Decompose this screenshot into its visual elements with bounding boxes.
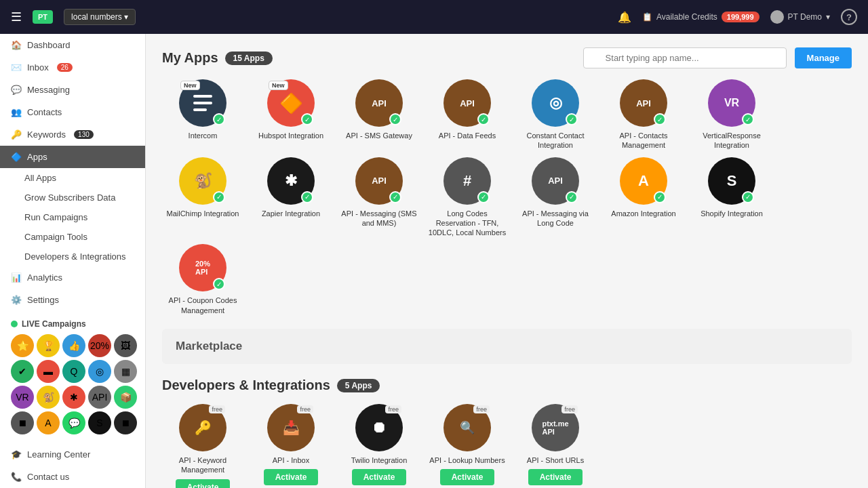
app-card-sms-gateway[interactable]: API ✓ API - SMS Gateway xyxy=(338,79,420,150)
sidebar-item-messaging[interactable]: 💬 Messaging xyxy=(0,79,145,101)
contacts-icon: 👥 xyxy=(11,107,22,117)
live-icon-1[interactable]: ⭐ xyxy=(11,334,34,357)
app-name-vertical-response: VerticalResponse Integration xyxy=(691,131,772,150)
developers-title-row: Developers & Integrations 5 Apps xyxy=(162,378,852,393)
app-check-constant-contact: ✓ xyxy=(566,113,578,125)
search-wrapper: 🔍 xyxy=(583,47,787,68)
app-card-api-inbox[interactable]: 📥 free API - Inbox Activate xyxy=(250,404,332,488)
activate-button-api-inbox[interactable]: Activate xyxy=(264,469,318,485)
live-icon-11[interactable]: VR xyxy=(11,386,34,409)
svg-rect-1 xyxy=(193,102,212,104)
account-selector[interactable]: local numbers ▾ xyxy=(64,9,136,25)
menu-icon[interactable]: ☰ xyxy=(11,9,22,24)
sidebar-item-analytics[interactable]: 📊 Analytics xyxy=(0,266,145,289)
app-card-hubspot[interactable]: 🔶 New ✓ Hubspot Integration xyxy=(250,79,332,150)
sidebar-item-contact-us[interactable]: 📞 Contact us xyxy=(0,466,145,488)
app-name-contacts-mgmt: API - Contacts Management xyxy=(603,131,684,150)
live-icon-14[interactable]: API xyxy=(88,386,111,409)
app-name-coupon-codes: API - Coupon Codes Management xyxy=(162,296,243,315)
sidebar: 🏠 Dashboard ✉️ Inbox 26 💬 Messaging 👥 Co… xyxy=(0,34,146,488)
app-check-messaging-longcode: ✓ xyxy=(566,191,578,203)
app-card-zapier[interactable]: ✱ ✓ Zapier Integration xyxy=(250,157,332,238)
live-icons-grid: ⭐ 🏆 👍 20% 🖼 ✔ ▬ Q ◎ ▦ VR 🐒 ✱ API 📦 ⏹ A 💬… xyxy=(5,331,140,437)
app-card-long-codes[interactable]: # ✓ Long Codes Reservation - TFN, 10DLC,… xyxy=(427,157,508,238)
help-icon[interactable]: ? xyxy=(841,9,857,25)
live-icon-20[interactable]: ⏹ xyxy=(114,411,137,434)
app-check-long-codes: ✓ xyxy=(477,191,490,203)
activate-button-twilio[interactable]: Activate xyxy=(352,469,406,485)
app-card-twilio[interactable]: ⏺ free Twilio Integration Activate xyxy=(338,404,420,488)
keywords-badge: 130 xyxy=(74,130,94,139)
sidebar-item-developers[interactable]: Developers & Integrations xyxy=(0,247,145,266)
app-check-shopify: ✓ xyxy=(742,191,754,203)
live-icon-13[interactable]: ✱ xyxy=(62,386,85,409)
app-card-messaging-longcode[interactable]: API ✓ API - Messaging via Long Code xyxy=(515,157,596,238)
sidebar-item-grow-subscribers[interactable]: Grow Subscribers Data xyxy=(0,188,145,207)
sidebar-item-settings[interactable]: ⚙️ Settings xyxy=(0,289,145,311)
app-card-keyword-mgmt[interactable]: 🔑 free API - Keyword Management Activate xyxy=(162,404,243,488)
sidebar-item-inbox[interactable]: ✉️ Inbox 26 xyxy=(0,56,145,79)
activate-button-lookup-numbers[interactable]: Activate xyxy=(440,469,494,485)
live-icon-9[interactable]: ◎ xyxy=(88,360,111,383)
sidebar-item-contacts[interactable]: 👥 Contacts xyxy=(0,101,145,123)
app-check-sms-gateway: ✓ xyxy=(389,113,401,125)
live-icon-6[interactable]: ✔ xyxy=(11,360,34,383)
credits-value: 199,999 xyxy=(722,12,760,22)
app-check-mailchimp: ✓ xyxy=(213,191,225,203)
live-icon-2[interactable]: 🏆 xyxy=(37,334,60,357)
live-icon-16[interactable]: ⏹ xyxy=(11,411,34,434)
live-icon-15[interactable]: 📦 xyxy=(114,386,137,409)
app-card-coupon-codes[interactable]: 20%API ✓ API - Coupon Codes Management xyxy=(162,244,243,315)
live-icon-19[interactable]: S xyxy=(88,411,111,434)
app-card-intercom[interactable]: New ✓ Intercom xyxy=(162,79,243,150)
app-check-coupon-codes: ✓ xyxy=(213,278,225,290)
sidebar-item-apps[interactable]: 🔷 Apps xyxy=(0,146,145,168)
app-name-shopify: Shopify Integration xyxy=(701,209,763,218)
app-name-api-inbox: API - Inbox xyxy=(273,455,309,465)
settings-icon: ⚙️ xyxy=(11,295,22,305)
app-name-sms-gateway: API - SMS Gateway xyxy=(346,131,412,140)
live-icon-18[interactable]: 💬 xyxy=(62,411,85,434)
manage-button[interactable]: Manage xyxy=(795,47,852,68)
app-card-messaging-sms[interactable]: API ✓ API - Messaging (SMS and MMS) xyxy=(338,157,420,238)
app-new-badge-intercom: New xyxy=(180,81,200,90)
app-card-vertical-response[interactable]: VR ✓ VerticalResponse Integration xyxy=(691,79,772,150)
my-apps-title: My Apps xyxy=(162,50,218,66)
dashboard-icon: 🏠 xyxy=(11,40,22,50)
live-icon-12[interactable]: 🐒 xyxy=(37,386,60,409)
sidebar-item-keywords[interactable]: 🔑 Keywords 130 xyxy=(0,123,145,146)
app-card-amazon[interactable]: A ✓ Amazon Integration xyxy=(603,157,684,238)
my-apps-badge: 15 Apps xyxy=(225,52,273,65)
app-card-shopify[interactable]: S ✓ Shopify Integration xyxy=(691,157,772,238)
live-icon-4[interactable]: 20% xyxy=(88,334,111,357)
live-icon-10[interactable]: ▦ xyxy=(114,360,137,383)
app-check-data-feeds: ✓ xyxy=(477,113,490,125)
user-menu[interactable]: PT Demo ▾ xyxy=(770,10,830,24)
live-icon-17[interactable]: A xyxy=(37,411,60,434)
app-check-amazon: ✓ xyxy=(654,191,666,203)
activate-button-keyword-mgmt[interactable]: Activate xyxy=(176,479,230,488)
app-name-long-codes: Long Codes Reservation - TFN, 10DLC, Loc… xyxy=(427,209,508,238)
app-check-vertical-response: ✓ xyxy=(742,113,754,125)
app-card-contacts-mgmt[interactable]: API ✓ API - Contacts Management xyxy=(603,79,684,150)
app-card-data-feeds[interactable]: API ✓ API - Data Feeds xyxy=(427,79,508,150)
app-card-short-urls[interactable]: ptxt.meAPI free API - Short URLs Activat… xyxy=(515,404,596,488)
developers-apps-grid: 🔑 free API - Keyword Management Activate… xyxy=(162,404,852,488)
bell-icon[interactable]: 🔔 xyxy=(618,11,631,24)
app-free-keyword-mgmt: free xyxy=(209,405,225,413)
app-card-mailchimp[interactable]: 🐒 ✓ MailChimp Integration xyxy=(162,157,243,238)
activate-button-short-urls[interactable]: Activate xyxy=(528,469,583,485)
contact-icon: 📞 xyxy=(11,472,22,482)
sidebar-item-learning-center[interactable]: 🎓 Learning Center xyxy=(0,443,145,466)
sidebar-item-run-campaigns[interactable]: Run Campaigns xyxy=(0,207,145,227)
live-icon-5[interactable]: 🖼 xyxy=(114,334,137,357)
sidebar-item-all-apps[interactable]: All Apps xyxy=(0,168,145,188)
app-card-constant-contact[interactable]: ◎ ✓ Constant Contact Integration xyxy=(515,79,596,150)
live-icon-3[interactable]: 👍 xyxy=(62,334,85,357)
sidebar-item-campaign-tools[interactable]: Campaign Tools xyxy=(0,227,145,247)
app-search-input[interactable] xyxy=(583,47,787,68)
live-icon-8[interactable]: Q xyxy=(62,360,85,383)
sidebar-item-dashboard[interactable]: 🏠 Dashboard xyxy=(0,34,145,56)
live-icon-7[interactable]: ▬ xyxy=(37,360,60,383)
app-card-lookup-numbers[interactable]: 🔍 free API - Lookup Numbers Activate xyxy=(427,404,508,488)
